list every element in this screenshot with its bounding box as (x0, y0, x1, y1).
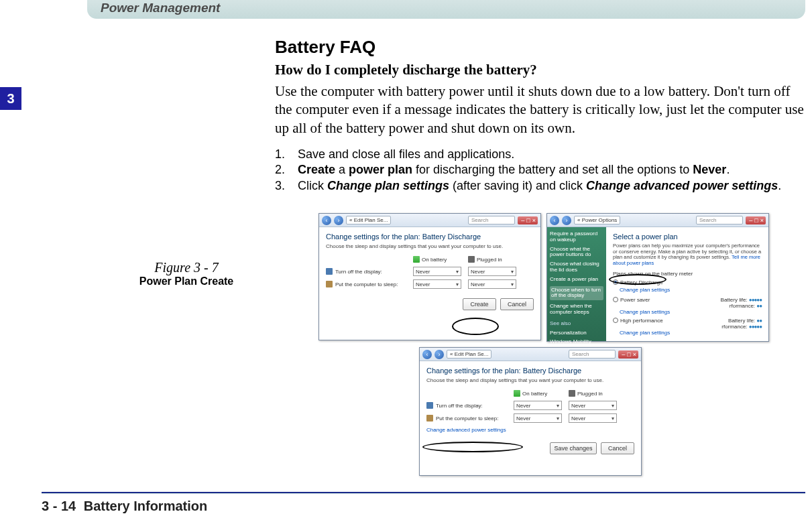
callout-oval (452, 318, 499, 335)
plan-subtext: Choose the sleep and display settings th… (426, 377, 634, 383)
chapter-tab: 3 (0, 87, 21, 110)
plan-row: Power saver Battery life: ●●●●●rformance… (613, 297, 762, 309)
side-item[interactable]: Choose what closing the lid does (550, 261, 603, 273)
callout-oval (609, 274, 666, 285)
col-label: Plugged in (477, 257, 502, 263)
side-item[interactable]: Create a power plan (550, 277, 603, 283)
nav-fwd-icon[interactable]: › (562, 216, 571, 225)
plan-heading: Change settings for the plan: Battery Di… (326, 233, 534, 241)
col-label: On battery (522, 391, 547, 397)
page-footer: 3 - 14 Battery Information (42, 499, 207, 514)
dropdown[interactable]: Never (413, 267, 461, 276)
plug-icon (468, 256, 475, 263)
cancel-button[interactable]: Cancel (500, 298, 534, 310)
button-row: Create Cancel (326, 298, 534, 310)
perf: rformance: (721, 324, 747, 330)
plug-icon (569, 390, 575, 397)
t: Click (298, 179, 327, 192)
select-heading: Select a power plan (613, 233, 762, 241)
row-label: Put the computer to sleep: (335, 281, 398, 287)
nav-back-icon[interactable]: ‹ (322, 216, 331, 225)
step-1: 1. Save and close all files and applicat… (275, 147, 805, 162)
battery-icon (514, 390, 520, 397)
chapter-header: Power Management (87, 0, 805, 19)
radio-icon[interactable] (613, 318, 618, 323)
nav-back-icon[interactable]: ‹ (550, 216, 559, 225)
t: . (778, 179, 781, 192)
tasks-sidebar: Require a password on wakeup Choose what… (547, 227, 606, 341)
row-label: Put the computer to sleep: (436, 415, 498, 422)
side-item[interactable]: Personalization (550, 330, 603, 336)
create-button[interactable]: Create (463, 298, 496, 310)
search-box[interactable]: Search (696, 216, 743, 224)
window-body: Change settings for the plan: Battery Di… (319, 227, 540, 340)
plan-name: High performance (620, 318, 663, 324)
side-seealso: See also (550, 321, 603, 327)
side-item[interactable]: Change when the computer sleeps (550, 304, 603, 316)
side-item[interactable]: Choose what the power buttons do (550, 247, 603, 259)
window-controls[interactable]: –□× (746, 216, 766, 224)
page-number: 3 - 14 (42, 499, 76, 513)
article: Battery FAQ How do I completely discharg… (275, 37, 805, 200)
titlebar: ‹ › « Edit Plan Se... Search –□× (420, 348, 641, 361)
col-label: On battery (422, 257, 447, 263)
side-item[interactable]: Choose when to turn off the display (550, 286, 603, 301)
dropdown[interactable]: Never (468, 267, 516, 276)
plan-row: High performance Battery life: ●●rforman… (613, 318, 762, 330)
battery-icon (413, 256, 420, 263)
steps-list: 1. Save and close all files and applicat… (275, 147, 805, 194)
search-box[interactable]: Search (468, 216, 515, 224)
radio-icon[interactable] (613, 297, 618, 302)
step-num: 2. (275, 162, 298, 178)
section-name: Battery Information (84, 499, 207, 513)
perf: rformance: (730, 303, 755, 309)
side-item[interactable]: Require a password on wakeup (550, 231, 603, 243)
step-text: Click Change plan settings (after saving… (298, 178, 805, 194)
nav-back-icon[interactable]: ‹ (422, 350, 432, 359)
bold-italic: Change plan settings (327, 179, 449, 192)
row-label: Turn off the display: (335, 269, 382, 275)
address-bar[interactable]: « Edit Plan Se... (346, 216, 391, 224)
bold: Create (298, 163, 335, 176)
t: a (335, 163, 349, 176)
cancel-button[interactable]: Cancel (601, 442, 634, 454)
search-box[interactable]: Search (569, 350, 616, 359)
change-plan-link[interactable]: Change plan settings (620, 287, 670, 293)
nav-fwd-icon[interactable]: › (434, 350, 444, 359)
dropdown[interactable]: Never (468, 279, 516, 289)
change-plan-link[interactable]: Change plan settings (620, 309, 762, 315)
sleep-icon (426, 415, 433, 422)
figure-number: Figure 3 - 7 (113, 260, 260, 275)
row-display: Turn off the display: Never Never (326, 267, 534, 276)
dropdown[interactable]: Never (514, 401, 562, 410)
bold: power plan (349, 163, 412, 176)
dropdown[interactable]: Never (413, 279, 461, 289)
article-paragraph: Use the computer with battery power unti… (275, 82, 805, 137)
article-subtitle: How do I completely discharge the batter… (275, 62, 805, 78)
monitor-icon (426, 402, 433, 409)
save-button[interactable]: Save changes (550, 442, 597, 454)
sleep-icon (326, 281, 333, 287)
step-text: Save and close all files and application… (298, 147, 805, 162)
advanced-link[interactable]: Change advanced power settings (426, 427, 634, 433)
step-num: 1. (275, 147, 298, 162)
bold-italic: Change advanced power settings (586, 179, 778, 192)
dropdown[interactable]: Never (569, 401, 617, 410)
step-2: 2. Create a power plan for discharging t… (275, 162, 805, 178)
dropdown[interactable]: Never (569, 413, 617, 423)
bold: Never (693, 163, 726, 176)
row-display: Turn off the display: Never Never (426, 401, 634, 410)
figure-caption: Figure 3 - 7 Power Plan Create (113, 260, 260, 287)
window-edit-plan-create: ‹ › « Edit Plan Se... Search –□× Change … (318, 213, 541, 340)
change-plan-link[interactable]: Change plan settings (620, 330, 762, 336)
window-controls[interactable]: –□× (618, 350, 638, 359)
dropdown[interactable]: Never (514, 413, 562, 423)
address-bar[interactable]: « Power Options (574, 216, 620, 224)
nav-fwd-icon[interactable]: › (334, 216, 343, 225)
t: . (726, 163, 730, 176)
address-bar[interactable]: « Edit Plan Se... (447, 350, 491, 359)
titlebar: ‹ › « Power Options Search –□× (547, 214, 768, 227)
row-sleep: Put the computer to sleep: Never Never (426, 413, 634, 423)
window-controls[interactable]: –□× (518, 216, 538, 224)
figure-title: Power Plan Create (113, 275, 260, 287)
